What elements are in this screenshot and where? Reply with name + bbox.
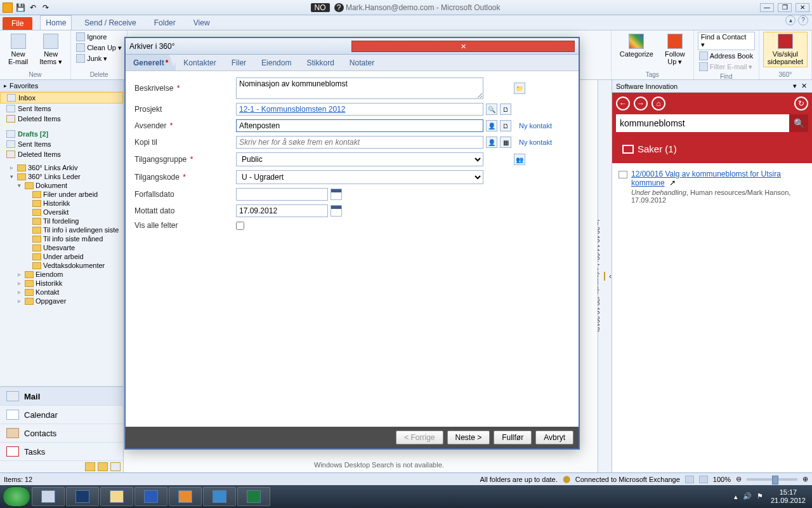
help-icon[interactable]: ? bbox=[334, 3, 344, 12]
dlg-tab-kontakter[interactable]: Kontakter bbox=[176, 55, 223, 70]
tree-child[interactable]: Til fordeling bbox=[0, 217, 123, 225]
taskbar-powershell[interactable] bbox=[66, 487, 99, 506]
tilgangskode-select[interactable]: U - Ugradert bbox=[236, 170, 483, 184]
address-book-button[interactable]: Address Book bbox=[698, 51, 755, 61]
sidepanel-close-icon[interactable]: ✕ bbox=[799, 82, 808, 90]
taskbar-outlook[interactable] bbox=[169, 487, 202, 506]
dlg-tab-notater[interactable]: Notater bbox=[342, 55, 382, 70]
nav-back-icon[interactable]: ← bbox=[616, 97, 630, 110]
zoom-in-button[interactable]: ⊕ bbox=[802, 475, 808, 483]
tilgangsgruppe-select[interactable]: Public bbox=[236, 152, 483, 166]
visalle-checkbox[interactable] bbox=[236, 222, 244, 230]
view-reading-icon[interactable] bbox=[699, 476, 708, 483]
forfall-input[interactable] bbox=[236, 188, 328, 201]
ribbon-help-icon[interactable]: ? bbox=[798, 15, 808, 25]
config-mini-icon[interactable] bbox=[110, 462, 121, 471]
dlg-tab-generelt[interactable]: Generelt* bbox=[126, 55, 176, 70]
avbryt-button[interactable]: Avbryt bbox=[535, 431, 573, 444]
view-normal-icon[interactable] bbox=[685, 476, 694, 483]
nav-fwd-icon[interactable]: → bbox=[634, 97, 648, 110]
qat-redo-icon[interactable]: ↷ bbox=[41, 3, 51, 13]
tree-oppgaver[interactable]: ▹Oppgaver bbox=[0, 297, 123, 305]
tree-child[interactable]: Ubesvarte bbox=[0, 243, 123, 252]
taskbar-ie[interactable] bbox=[203, 487, 236, 506]
prosjekt-input[interactable] bbox=[236, 103, 483, 116]
folder-mini-icon[interactable] bbox=[85, 462, 95, 471]
nav-sent[interactable]: Sent Items bbox=[0, 104, 123, 114]
mottatt-input[interactable] bbox=[236, 204, 328, 217]
tree-kontakt[interactable]: ▹Kontakt bbox=[0, 288, 123, 297]
org-icon[interactable]: ▦ bbox=[500, 137, 511, 148]
forrige-button[interactable]: < Forrige bbox=[396, 431, 443, 444]
nav-drafts[interactable]: Drafts [2] bbox=[0, 129, 123, 139]
qat-undo-icon[interactable]: ↶ bbox=[28, 3, 38, 13]
tree-links-arkiv[interactable]: ▹360° Links Arkiv bbox=[0, 163, 123, 172]
search-icon[interactable]: 🔍 bbox=[486, 104, 497, 115]
nav-deleted[interactable]: Deleted Items bbox=[0, 114, 123, 124]
tree-child[interactable]: Filer under arbeid bbox=[0, 190, 123, 199]
dlg-tab-filer[interactable]: Filer bbox=[224, 55, 254, 70]
clock[interactable]: 15:17 21.09.2012 bbox=[771, 488, 806, 505]
tray-flag-icon[interactable]: ⚑ bbox=[757, 492, 766, 501]
beskrivelse-input[interactable]: Nominasjon av kommuneblomst bbox=[236, 77, 483, 99]
new-email-button[interactable]: New E-mail bbox=[4, 32, 32, 67]
nav-deleted2[interactable]: Deleted Items bbox=[0, 149, 123, 159]
person-icon[interactable]: 👤 bbox=[486, 137, 497, 148]
search-button[interactable]: 🔍 bbox=[789, 114, 808, 132]
fullfor-button[interactable]: Fullfør bbox=[494, 431, 532, 444]
nav-tasks[interactable]: Tasks bbox=[0, 442, 123, 460]
zoom-slider[interactable] bbox=[747, 478, 797, 481]
lang-indicator[interactable]: NO bbox=[311, 3, 330, 12]
kopi-input[interactable] bbox=[236, 136, 483, 149]
new-items-button[interactable]: New Items ▾ bbox=[35, 32, 67, 67]
goto-icon[interactable]: ↗ bbox=[669, 178, 676, 187]
ignore-button[interactable]: Ignore bbox=[75, 32, 123, 42]
nav-refresh-icon[interactable]: ↻ bbox=[794, 97, 808, 110]
ribbon-min-icon[interactable]: ▴ bbox=[785, 15, 796, 25]
ny-kontakt-link[interactable]: Ny kontakt bbox=[519, 122, 552, 130]
minimize-button[interactable]: — bbox=[760, 3, 774, 12]
taskbar-explorer[interactable] bbox=[100, 487, 133, 506]
dlg-tab-eiendom[interactable]: Eiendom bbox=[254, 55, 299, 70]
tab-view[interactable]: View bbox=[188, 16, 215, 30]
filter-email-button[interactable]: Filter E-mail ▾ bbox=[698, 62, 755, 72]
dialog-close-button[interactable]: ✕ bbox=[351, 41, 575, 52]
tree-child[interactable]: Til info i avdelingen siste bbox=[0, 225, 123, 234]
nav-contacts[interactable]: Contacts bbox=[0, 424, 123, 442]
tray-expand-icon[interactable]: ▴ bbox=[734, 493, 738, 501]
qat-save-icon[interactable]: 💾 bbox=[15, 3, 25, 13]
nav-home-icon[interactable]: ⌂ bbox=[652, 97, 665, 110]
tab-home[interactable]: Home bbox=[40, 15, 72, 30]
person-icon[interactable]: 👤 bbox=[486, 120, 497, 131]
clear-icon[interactable]: 🗋 bbox=[500, 104, 511, 115]
file-tab[interactable]: File bbox=[3, 17, 32, 30]
lookup-icon[interactable]: 📁 bbox=[514, 83, 525, 94]
todo-bar[interactable]: ‹ lø 20.10 14:00: Ledermøte (20.10.2012)… bbox=[598, 80, 612, 472]
notes-mini-icon[interactable] bbox=[98, 462, 108, 471]
sidepanel-category[interactable]: Saker (1) bbox=[612, 137, 812, 163]
sidepanel-menu-icon[interactable]: ▾ bbox=[790, 82, 799, 90]
start-button[interactable] bbox=[3, 486, 30, 507]
dialog-titlebar[interactable]: Arkiver i 360° ✕ bbox=[126, 38, 579, 55]
result-item[interactable]: 12/00016 Valg av kommuneblomst for Utsir… bbox=[617, 167, 807, 206]
ny-kontakt-link[interactable]: Ny kontakt bbox=[519, 138, 552, 146]
nav-sent2[interactable]: Sent Items bbox=[0, 139, 123, 149]
calendar-icon[interactable] bbox=[331, 189, 342, 200]
calendar-icon[interactable] bbox=[331, 205, 342, 217]
tree-child[interactable]: Under arbeid bbox=[0, 252, 123, 261]
tree-child[interactable]: Til info siste måned bbox=[0, 234, 123, 243]
group-icon[interactable]: 👥 bbox=[514, 154, 525, 165]
calendar-mini-icon[interactable] bbox=[604, 272, 605, 281]
dlg-tab-stikkord[interactable]: Stikkord bbox=[299, 55, 341, 70]
tree-dokument[interactable]: ▾Dokument bbox=[0, 181, 123, 190]
nav-calendar[interactable]: Calendar bbox=[0, 405, 123, 424]
search-input[interactable] bbox=[616, 114, 789, 132]
sidepanel-toggle-button[interactable]: Vis/skjul sidepanelet bbox=[763, 32, 808, 67]
taskbar-word[interactable] bbox=[134, 487, 167, 506]
result-link[interactable]: 12/00016 Valg av kommuneblomst for Utsir… bbox=[631, 170, 781, 187]
tree-child[interactable]: Vedtaksdokumenter bbox=[0, 261, 123, 270]
zoom-out-button[interactable]: ⊖ bbox=[736, 475, 742, 483]
nav-mail[interactable]: Mail bbox=[0, 387, 123, 405]
maximize-button[interactable]: ❐ bbox=[778, 3, 792, 12]
close-button[interactable]: ✕ bbox=[796, 3, 809, 12]
